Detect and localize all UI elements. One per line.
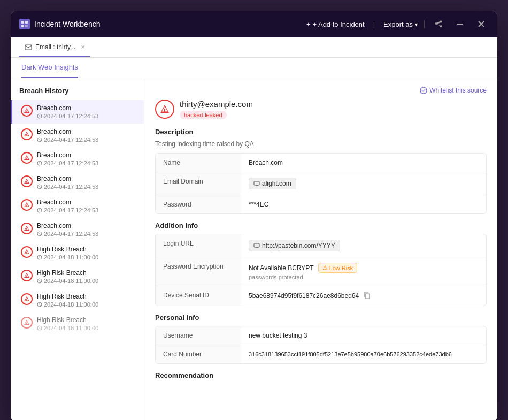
svg-rect-11 [26,134,27,136]
breach-item-text-2: Breach.com 2024-04-17 12:24:53 [37,151,135,166]
breach-date-6: 2024-04-18 11:00:00 [37,254,135,261]
breach-item-4[interactable]: Breach.com 2024-04-17 12:24:53 [11,194,144,218]
tab-email[interactable]: Email : thirty... × [19,39,90,57]
tab-bar: Email : thirty... × [11,37,497,58]
right-panel: Whitelist this source thirty@example.com [144,78,497,420]
breach-item-icon-9 [21,317,33,329]
personal-row-card: Card Number 316c318139653ccf191f805df521… [156,345,486,363]
pw-encryption-text: Not Available BCRYPT [249,264,314,272]
svg-rect-41 [254,181,259,185]
addition-value-device-serial: 5bae68974d95f9f6187c26ae8d6bed64 [241,286,486,306]
svg-rect-14 [26,158,27,159]
breach-item-icon-0 [21,105,33,117]
svg-rect-18 [26,183,27,184]
breach-name-5: Breach.com [37,222,135,230]
description-text: Testing indexing time raised by QA [155,140,487,148]
svg-rect-9 [26,112,27,113]
sub-tab-bar: Dark Web Insights [11,58,497,78]
breach-item-7[interactable]: High Risk Breach 2024-04-18 11:00:00 [11,265,144,288]
svg-rect-43 [365,294,370,299]
breach-name-9: High Risk Breach [37,316,135,324]
source-info: thirty@example.com hacked-leaked [180,100,253,119]
breach-item-8[interactable]: High Risk Breach 2024-04-18 11:00:00 [11,288,144,312]
breach-item-text-8: High Risk Breach 2024-04-18 11:00:00 [37,293,135,308]
breach-name-8: High Risk Breach [37,293,135,300]
details-row-name: Name Breach.com [156,154,486,172]
svg-rect-26 [26,252,27,254]
breach-item-icon-7 [21,270,33,281]
sub-tab-label: Dark Web Insights [21,63,78,71]
personal-label-card: Card Number [156,345,241,363]
addition-label-device-serial: Device Serial ID [156,286,241,306]
breach-item-text-9: High Risk Breach 2024-04-18 11:00:00 [37,316,135,331]
whitelist-source-button[interactable]: Whitelist this source [420,87,487,94]
svg-rect-4 [457,24,463,25]
add-to-incident-button[interactable]: + + Add to Incident [306,20,365,28]
clock-icon-3 [37,184,42,189]
details-value-name: Breach.com [241,154,486,172]
svg-point-38 [420,87,427,94]
breach-item-text-6: High Risk Breach 2024-04-18 11:00:00 [37,246,135,261]
breach-name-4: Breach.com [37,198,135,206]
app-icon [19,19,30,29]
breach-date-1: 2024-04-17 12:24:53 [37,136,135,143]
breach-item-3[interactable]: Breach.com 2024-04-17 12:24:53 [11,171,144,194]
copy-icon[interactable] [363,292,372,300]
url-badge[interactable]: http://pastebin.com/YYYY [249,240,340,251]
minimize-button[interactable] [452,17,467,32]
main-layout: Breach History Breach.com 2024-04-17 12:… [11,78,497,420]
title-bar-actions: + + Add to Incident | Export as ▾ [306,17,489,32]
breach-item-icon-4 [21,199,33,211]
left-panel: Breach History Breach.com 2024-04-17 12:… [11,78,144,420]
breach-date-2: 2024-04-17 12:24:53 [37,160,135,166]
add-to-incident-label: + Add to Incident [312,20,364,28]
breach-item-icon-6 [21,246,33,258]
details-table: Name Breach.com Email Domain alight.com [155,153,487,214]
personal-value-card: 316c318139653ccf191f805df5213e7e5b95980a… [241,345,486,363]
addition-label-pw-encryption: Password Encryption [156,257,241,286]
title-bar: Incident Workbench + + Add to Incident |… [11,11,497,37]
screen-icon-2 [253,242,260,249]
plus-icon: + [306,20,311,28]
svg-rect-39 [164,109,165,111]
breach-item-6[interactable]: High Risk Breach 2024-04-18 11:00:00 [11,241,144,265]
breach-name-1: Breach.com [37,128,135,135]
clock-icon-2 [37,161,42,166]
breach-name-6: High Risk Breach [37,246,135,253]
breach-item-icon-3 [21,175,33,187]
addition-info-table: Login URL http://pastebin.com/YYYY Passw… [155,234,487,306]
whitelist-label: Whitelist this source [429,87,487,94]
breach-item-1[interactable]: Breach.com 2024-04-17 12:24:53 [11,124,144,147]
share-icon-button[interactable] [431,17,446,32]
breach-item-0[interactable]: Breach.com 2024-04-17 12:24:53 [11,100,144,124]
breach-item-9[interactable]: High Risk Breach 2024-04-18 11:00:00 [11,312,144,335]
source-avatar-icon [159,104,170,114]
svg-rect-29 [26,276,27,277]
details-row-password: Password ***4EC [156,195,486,213]
svg-rect-0 [21,21,24,24]
source-header: thirty@example.com hacked-leaked [155,100,487,119]
title-bar-left: Incident Workbench [19,19,100,29]
svg-rect-42 [254,243,259,247]
svg-rect-8 [26,111,27,112]
breach-item-2[interactable]: Breach.com 2024-04-17 12:24:53 [11,147,144,171]
addition-value-login-url: http://pastebin.com/YYYY [241,234,486,257]
clock-icon-4 [37,208,42,213]
personal-info-title: Personal Info [155,314,487,322]
breach-item-5[interactable]: Breach.com 2024-04-17 12:24:53 [11,218,144,241]
breach-date-9: 2024-04-18 11:00:00 [37,325,135,331]
breach-name-7: High Risk Breach [37,269,135,277]
personal-label-username: Username [156,326,241,345]
export-as-button[interactable]: Export as ▾ [383,20,425,28]
tab-close-icon[interactable]: × [81,43,85,51]
addition-info-title: Addition Info [155,222,487,230]
svg-rect-36 [26,324,27,325]
breach-date-3: 2024-04-17 12:24:53 [37,184,135,190]
sub-tab-dark-web[interactable]: Dark Web Insights [21,58,78,78]
close-button[interactable] [474,17,489,32]
details-value-password: ***4EC [241,195,486,213]
svg-rect-3 [25,25,28,27]
clock-icon-8 [37,302,42,307]
svg-rect-2 [21,25,24,27]
breach-date-0: 2024-04-17 12:24:53 [37,113,135,119]
